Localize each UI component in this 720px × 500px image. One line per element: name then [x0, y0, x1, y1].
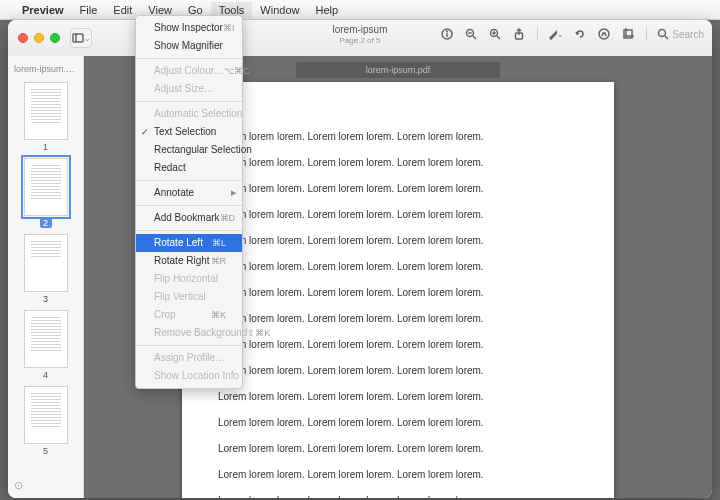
document-text-line: Lorem lorem lorem. Lorem lorem lorem. Lo…: [218, 260, 578, 274]
preview-window: ⌄ lorem-ipsum Page 2 of 5 ⌄ Search lorem…: [8, 20, 712, 498]
markup-icon[interactable]: [596, 26, 612, 42]
document-text-line: Lorem lorem lorem. Lorem lorem lorem. Lo…: [218, 234, 578, 248]
menu-item-show-inspector[interactable]: Show Inspector⌘I: [136, 19, 242, 37]
svg-line-9: [497, 36, 500, 39]
toolbar-separator: [646, 27, 647, 41]
menu-item-annotate[interactable]: Annotate: [136, 184, 242, 202]
menu-item-adjust-colour: Adjust Colour…⌥⌘C: [136, 62, 242, 80]
svg-rect-15: [624, 30, 632, 38]
menu-app[interactable]: Preview: [14, 2, 72, 18]
document-text-line: Lorem lorem lorem. Lorem lorem lorem. Lo…: [218, 494, 578, 498]
traffic-lights: [18, 33, 60, 43]
share-icon[interactable]: [511, 26, 527, 42]
menu-item-show-location-info: Show Location Info: [136, 367, 242, 385]
menu-item-crop: Crop⌘K: [136, 306, 242, 324]
document-text-line: Lorem lorem lorem. Lorem lorem lorem. Lo…: [218, 364, 578, 378]
minimize-button[interactable]: [34, 33, 44, 43]
document-text-line: Lorem lorem lorem. Lorem lorem lorem. Lo…: [218, 442, 578, 456]
info-icon[interactable]: [439, 26, 455, 42]
menu-item-remove-background: Remove Background⇧⌘K: [136, 324, 242, 342]
search-icon: [657, 28, 669, 40]
svg-point-4: [447, 31, 448, 32]
menu-item-show-magnifier[interactable]: Show Magnifier: [136, 37, 242, 55]
highlight-icon[interactable]: ⌄: [548, 26, 564, 42]
search-field[interactable]: Search: [657, 28, 704, 40]
document-tab-label[interactable]: lorem-ipsum.pdf: [296, 62, 501, 78]
document-text-line: Lorem lorem lorem. Lorem lorem lorem. Lo…: [218, 182, 578, 196]
menu-item-flip-horizontal: Flip Horizontal: [136, 270, 242, 288]
zoom-out-icon[interactable]: [463, 26, 479, 42]
thumbnail-page-5[interactable]: [24, 386, 68, 444]
menu-item-rotate-left[interactable]: Rotate Left⌘L: [136, 234, 242, 252]
thumbnail-page-4[interactable]: [24, 310, 68, 368]
toolbar-separator: [537, 27, 538, 41]
chevron-down-icon: ⌄: [84, 34, 91, 43]
thumbnail-label: 3: [8, 294, 83, 304]
window-subtitle: Page 2 of 5: [332, 36, 387, 45]
menu-item-add-bookmark[interactable]: Add Bookmark⌘D: [136, 209, 242, 227]
thumbnail-page-3[interactable]: [24, 234, 68, 292]
svg-point-18: [659, 30, 666, 37]
menu-file[interactable]: File: [72, 2, 106, 18]
menu-window[interactable]: Window: [252, 2, 307, 18]
title-center: lorem-ipsum Page 2 of 5: [332, 24, 387, 45]
sidebar-toggle-button[interactable]: ⌄: [70, 28, 92, 48]
document-text-line: Lorem lorem lorem. Lorem lorem lorem. Lo…: [218, 208, 578, 222]
document-text-line: Lorem lorem lorem. Lorem lorem lorem. Lo…: [218, 130, 578, 144]
thumbnail-page-2[interactable]: [24, 158, 68, 216]
search-placeholder: Search: [672, 29, 704, 40]
svg-rect-0: [73, 34, 83, 42]
menu-item-text-selection[interactable]: Text Selection: [136, 123, 242, 141]
window-title: lorem-ipsum: [332, 24, 387, 35]
fullscreen-button[interactable]: [50, 33, 60, 43]
sidebar-icon: [72, 32, 84, 44]
svg-line-6: [473, 36, 476, 39]
chevron-down-icon: ⌄: [557, 30, 564, 39]
svg-point-14: [599, 29, 609, 39]
menu-item-automatic-selection: Automatic Selection: [136, 105, 242, 123]
crop-icon[interactable]: [620, 26, 636, 42]
document-text-line: Lorem lorem lorem. Lorem lorem lorem. Lo…: [218, 338, 578, 352]
titlebar: ⌄ lorem-ipsum Page 2 of 5 ⌄ Search: [8, 20, 712, 56]
rotate-icon[interactable]: [572, 26, 588, 42]
document-text-line: Lorem lorem lorem. Lorem lorem lorem. Lo…: [218, 416, 578, 430]
menu-item-redact[interactable]: Redact: [136, 159, 242, 177]
thumbnail-label: 1: [8, 142, 83, 152]
close-button[interactable]: [18, 33, 28, 43]
thumbnail-label: 5: [8, 446, 83, 456]
system-menubar: Preview FileEditViewGoToolsWindowHelp: [0, 0, 720, 20]
menu-item-adjust-size: Adjust Size…: [136, 80, 242, 98]
sidebar-options-icon[interactable]: ⊙: [14, 479, 23, 492]
thumbnail-page-1[interactable]: [24, 82, 68, 140]
sidebar-title: lorem-ipsum.pdf: [8, 62, 83, 76]
document-text-line: Lorem lorem lorem. Lorem lorem lorem. Lo…: [218, 468, 578, 482]
svg-line-19: [665, 36, 668, 39]
tools-menu: Show Inspector⌘IShow MagnifierAdjust Col…: [135, 15, 243, 389]
menu-item-rotate-right[interactable]: Rotate Right⌘R: [136, 252, 242, 270]
toolbar-right: ⌄ Search: [439, 26, 704, 42]
document-text-line: Lorem lorem lorem. Lorem lorem lorem. Lo…: [218, 156, 578, 170]
document-text-line: Lorem lorem lorem. Lorem lorem lorem. Lo…: [218, 286, 578, 300]
thumbnail-label: 2: [40, 218, 52, 228]
zoom-in-icon[interactable]: [487, 26, 503, 42]
thumbnail-label: 4: [8, 370, 83, 380]
menu-item-flip-vertical: Flip Vertical: [136, 288, 242, 306]
menu-item-assign-profile: Assign Profile…: [136, 349, 242, 367]
menu-edit[interactable]: Edit: [105, 2, 140, 18]
menu-help[interactable]: Help: [307, 2, 346, 18]
menu-item-rectangular-selection[interactable]: Rectangular Selection: [136, 141, 242, 159]
document-text-line: Lorem lorem lorem. Lorem lorem lorem. Lo…: [218, 312, 578, 326]
thumbnails-sidebar: lorem-ipsum.pdf 12345: [8, 56, 84, 498]
document-text-line: Lorem lorem lorem. Lorem lorem lorem. Lo…: [218, 390, 578, 404]
